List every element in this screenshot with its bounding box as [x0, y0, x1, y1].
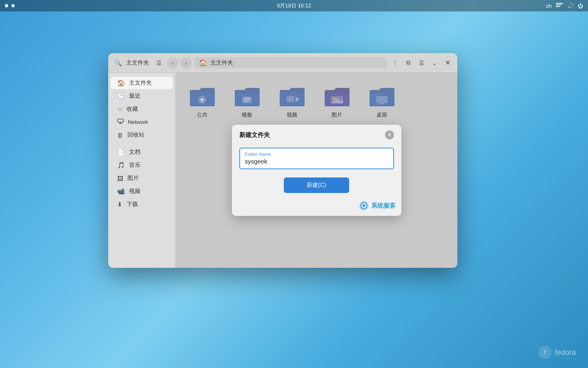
sidebar-item-pictures[interactable]: 🖼 图片 — [111, 172, 173, 184]
sidebar-label-videos: 视频 — [129, 188, 140, 195]
bookmarks-icon: ☆ — [117, 105, 122, 113]
dialog-overlay: 新建文件夹 ✕ Folder Name 新建(C) — [176, 73, 457, 268]
svg-rect-3 — [118, 119, 123, 122]
trash-icon: 🗑 — [117, 132, 123, 139]
title-bar: 🔍 主文件夹 ☰ ‹ › 🏠 主文件夹 ⋮ ⧉ ☰ ⌄ ✕ — [108, 53, 457, 73]
sidebar-item-home[interactable]: 🏠 主文件夹 — [111, 77, 173, 89]
taskbar-datetime: 9月19日 16:12 — [277, 2, 311, 9]
taskbar-lang: zh — [546, 3, 552, 9]
taskbar-dot-2 — [11, 4, 15, 7]
taskbar-power-icon: ⏻ — [578, 3, 583, 9]
more-options-button[interactable]: ⋮ — [390, 57, 401, 69]
svg-rect-1 — [556, 4, 561, 5]
sidebar-label-network: Network — [128, 119, 148, 125]
sidebar-item-docs[interactable]: 📄 文档 — [111, 146, 173, 158]
sidebar-label-bookmarks: 收藏 — [127, 105, 138, 113]
fedora-text: fedora — [555, 348, 576, 357]
search-button[interactable]: 🔍 — [112, 57, 124, 69]
create-folder-button[interactable]: 新建(C) — [284, 177, 349, 193]
file-area: 公共 模板 — [176, 73, 457, 268]
path-label: 主文件夹 — [210, 59, 233, 67]
view-dropdown-button[interactable]: ⌄ — [429, 57, 440, 69]
sidebar-label-recent: 最近 — [129, 92, 140, 100]
dialog-title: 新建文件夹 — [239, 131, 270, 139]
docs-icon: 📄 — [117, 148, 125, 156]
svg-rect-0 — [556, 3, 563, 4]
taskbar-volume-icon: 🔊 — [567, 3, 574, 9]
dialog-close-button[interactable]: ✕ — [385, 130, 394, 139]
sidebar-item-network[interactable]: Network — [111, 116, 173, 128]
fedora-logo: f fedora — [538, 345, 576, 360]
taskbar-dot-1 — [5, 4, 8, 7]
downloads-icon: ⬇ — [117, 201, 122, 208]
sidebar-item-recent[interactable]: 🕐 最近 — [111, 90, 173, 102]
path-home-icon: 🏠 — [199, 59, 207, 67]
sidebar-item-trash[interactable]: 🗑 回收站 — [111, 129, 173, 141]
folder-name-label: Folder Name — [245, 152, 388, 157]
svg-text:f: f — [544, 349, 546, 356]
sidebar: 🏠 主文件夹 🕐 最近 ☆ 收藏 Network — [108, 73, 176, 268]
videos-icon: 📹 — [117, 188, 125, 195]
nav-buttons: ‹ › — [167, 57, 192, 69]
network-sidebar-icon — [117, 119, 124, 126]
sidebar-item-music[interactable]: 🎵 音乐 — [111, 159, 173, 171]
sidebar-label-music: 音乐 — [129, 162, 140, 169]
forward-button[interactable]: › — [180, 57, 192, 69]
taskbar-left — [5, 4, 15, 7]
watermark-icon — [359, 200, 369, 211]
music-icon: 🎵 — [117, 162, 125, 169]
dialog-footer: 新建(C) — [232, 177, 401, 200]
svg-point-21 — [363, 204, 365, 207]
title-bar-actions: ⋮ ⧉ ☰ ⌄ ✕ — [390, 57, 453, 69]
new-folder-dialog: 新建文件夹 ✕ Folder Name 新建(C) — [232, 125, 401, 216]
title-bar-label: 主文件夹 — [126, 59, 149, 67]
network-icon — [556, 3, 563, 9]
sidebar-item-videos[interactable]: 📹 视频 — [111, 185, 173, 197]
view-button[interactable]: ☰ — [416, 57, 427, 69]
sidebar-label-trash: 回收站 — [127, 131, 145, 139]
close-button[interactable]: ✕ — [442, 57, 453, 69]
taskbar: 9月19日 16:12 zh 🔊 ⏻ — [0, 0, 588, 11]
sidebar-label-pictures: 图片 — [127, 175, 139, 182]
recent-icon: 🕐 — [117, 92, 125, 100]
folder-name-input[interactable] — [245, 158, 388, 165]
dialog-header: 新建文件夹 ✕ — [232, 125, 401, 144]
sidebar-item-downloads[interactable]: ⬇ 下载 — [111, 198, 173, 211]
watermark-text: 系统极客 — [371, 202, 396, 210]
taskbar-right: zh 🔊 ⏻ — [546, 3, 583, 9]
fedora-logo-icon: f — [538, 345, 552, 360]
watermark: 系统极客 — [232, 200, 401, 216]
path-bar[interactable]: 🏠 主文件夹 — [194, 57, 387, 68]
sidebar-label-docs: 文档 — [129, 148, 140, 156]
sidebar-label-downloads: 下载 — [127, 201, 138, 208]
file-manager-window: 🔍 主文件夹 ☰ ‹ › 🏠 主文件夹 ⋮ ⧉ ☰ ⌄ ✕ 🏠 主文件夹 🕐 — [108, 53, 457, 268]
sidebar-item-bookmarks[interactable]: ☆ 收藏 — [111, 103, 173, 115]
menu-button[interactable]: ☰ — [153, 57, 165, 69]
home-icon: 🏠 — [117, 79, 125, 87]
pictures-icon: 🖼 — [117, 175, 123, 182]
folder-name-input-wrapper[interactable]: Folder Name — [239, 148, 394, 169]
content-area: 🏠 主文件夹 🕐 最近 ☆ 收藏 Network — [108, 73, 457, 268]
back-button[interactable]: ‹ — [167, 57, 178, 69]
sidebar-label-home: 主文件夹 — [129, 79, 152, 87]
copy-button[interactable]: ⧉ — [403, 57, 414, 69]
svg-rect-2 — [556, 6, 560, 7]
dialog-body: Folder Name — [232, 144, 401, 177]
